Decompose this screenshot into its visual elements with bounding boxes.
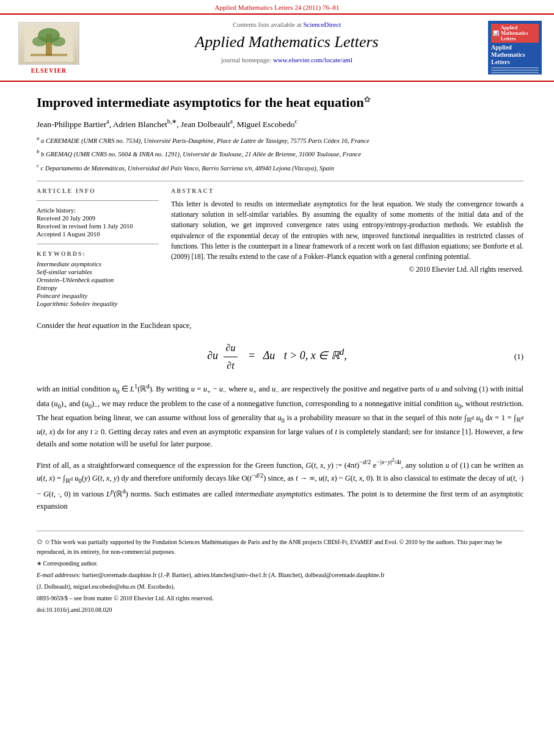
doi-note: doi:10.1016/j.aml.2010.08.020 bbox=[37, 605, 523, 614]
info-divider bbox=[37, 200, 159, 201]
abstract-column: ABSTRACT This letter is devoted to resul… bbox=[171, 187, 523, 308]
email-note: E-mail addresses: bartier@ceremade.dauph… bbox=[37, 570, 523, 580]
affiliation-c: c c Departamento de Matemáticas, Univers… bbox=[37, 161, 523, 173]
equation-1-number: (1) bbox=[514, 351, 523, 363]
svg-point-3 bbox=[32, 37, 47, 46]
elsevier-tree-icon bbox=[24, 28, 73, 62]
main-content-area: Improved intermediate asymptotics for th… bbox=[0, 82, 554, 629]
revised-date: Received in revised form 1 July 2010 bbox=[37, 223, 159, 230]
paragraph-green-function: First of all, as a straightforward conse… bbox=[37, 456, 523, 512]
fraction-du-dt: ∂u ∂t bbox=[224, 340, 238, 373]
accepted-date: Accepted 1 August 2010 bbox=[37, 231, 159, 238]
contents-available-line: Contents lists available at ScienceDirec… bbox=[104, 21, 470, 28]
abstract-heading: ABSTRACT bbox=[171, 187, 523, 194]
journal-cover-title: AppliedMathematicsLetters bbox=[491, 44, 539, 66]
keyword-2: Self-similar variables bbox=[37, 269, 159, 275]
keyword-5: Poincaré inequality bbox=[37, 293, 159, 299]
journal-title: Applied Mathematics Letters bbox=[104, 33, 470, 51]
paper-title: Improved intermediate asymptotics for th… bbox=[37, 94, 523, 112]
svg-rect-5 bbox=[31, 54, 67, 56]
article-info-column: ARTICLE INFO Article history: Received 2… bbox=[37, 187, 159, 308]
journal-header: ELSEVIER Contents lists available at Sci… bbox=[0, 15, 554, 82]
publisher-logo-area: ELSEVIER bbox=[12, 21, 86, 75]
title-footnote-mark: ✩ bbox=[364, 95, 370, 104]
journal-cover-image: 📊 Applied Mathematics Letters AppliedMat… bbox=[488, 21, 542, 75]
svg-point-4 bbox=[51, 37, 65, 46]
equation-1-block: ∂u ∂u ∂t = Δu t > 0, x ∈ ℝd, (1) bbox=[37, 340, 523, 373]
keywords-section: Keywords: Intermediate asymptotics Self-… bbox=[37, 250, 159, 307]
article-info-abstract: ARTICLE INFO Article history: Received 2… bbox=[37, 187, 523, 308]
keywords-list: Intermediate asymptotics Self-similar va… bbox=[37, 261, 159, 307]
issn-note: 0893-9659/$ – see front matter © 2010 El… bbox=[37, 594, 523, 603]
keyword-6: Logarithmic Sobolev inequality bbox=[37, 300, 159, 307]
star-footnote: ✩ ✩ This work was partially supported by… bbox=[37, 536, 523, 556]
keywords-heading: Keywords: bbox=[37, 250, 159, 257]
corresponding-note: ∗ Corresponding author. bbox=[37, 559, 523, 568]
sciencedirect-link[interactable]: ScienceDirect bbox=[303, 21, 341, 28]
affiliation-b: b b GREMAQ (UMR CNRS no. 5604 & INRA no.… bbox=[37, 147, 523, 159]
abstract-body: This letter is devoted to results on int… bbox=[171, 199, 523, 275]
paragraph-initial-condition: with an initial condition u0 ∈ L1(ℝd). B… bbox=[37, 382, 523, 450]
journal-citation: Applied Mathematics Letters 24 (2011) 76… bbox=[215, 4, 340, 11]
equation-1-content: ∂u ∂u ∂t = Δu t > 0, x ∈ ℝd, bbox=[207, 340, 353, 373]
article-info-heading: ARTICLE INFO bbox=[37, 187, 159, 194]
copyright-notice: © 2010 Elsevier Ltd. All rights reserved… bbox=[171, 264, 523, 275]
journal-cover-lines bbox=[491, 67, 539, 79]
journal-header-center: Contents lists available at ScienceDirec… bbox=[92, 21, 482, 75]
journal-cover-header: 📊 Applied Mathematics Letters bbox=[491, 24, 539, 43]
journal-homepage-line: journal homepage: www.elsevier.com/locat… bbox=[104, 56, 470, 64]
journal-top-bar: Applied Mathematics Letters 24 (2011) 76… bbox=[0, 0, 554, 15]
footnotes-section: ✩ ✩ This work was partially supported by… bbox=[37, 531, 523, 614]
received-date: Received 20 July 2009 bbox=[37, 215, 159, 222]
keyword-3: Ornstein–Uhlenbeck equation bbox=[37, 277, 159, 283]
paper-main-text: Consider the heat equation in the Euclid… bbox=[37, 319, 523, 512]
dolbeault-email: (J. Dolbeault), miguel.escobedo@ehu.es (… bbox=[37, 582, 523, 591]
article-history: Article history: Received 20 July 2009 R… bbox=[37, 207, 159, 238]
homepage-url[interactable]: www.elsevier.com/locate/aml bbox=[273, 56, 352, 64]
history-label: Article history: bbox=[37, 207, 159, 214]
authors-line: Jean-Philippe Bartiera, Adrien Blanchetb… bbox=[37, 118, 523, 129]
header-divider bbox=[37, 181, 523, 181]
affiliations-block: a a CEREMADE (UMR CNRS no. 7534), Univer… bbox=[37, 134, 523, 173]
keyword-1: Intermediate asymptotics bbox=[37, 261, 159, 267]
elsevier-logo-box bbox=[18, 22, 79, 65]
kw-divider bbox=[37, 244, 159, 244]
keyword-4: Entropy bbox=[37, 285, 159, 291]
elsevier-name: ELSEVIER bbox=[31, 67, 67, 74]
intro-consider: Consider the heat equation in the Euclid… bbox=[37, 319, 523, 332]
affiliation-a: a a CEREMADE (UMR CNRS no. 7534), Univer… bbox=[37, 134, 523, 146]
